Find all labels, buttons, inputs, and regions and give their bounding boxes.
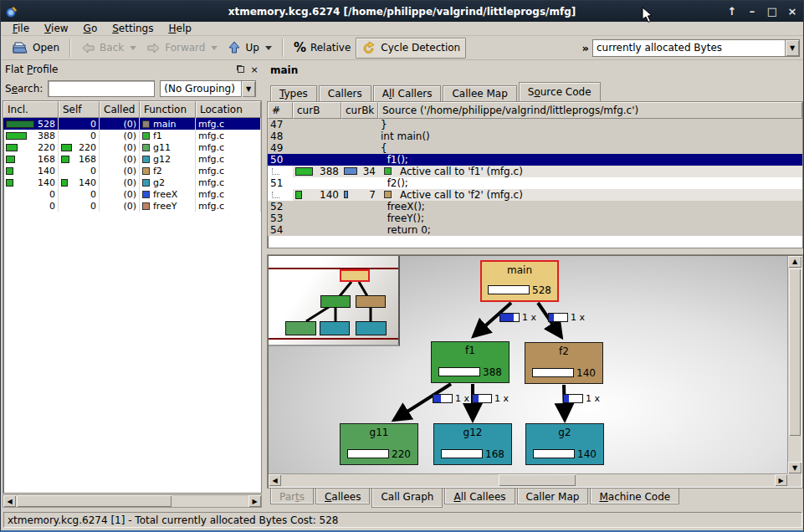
cycle-detection-button[interactable]: Cycle Detection	[356, 38, 466, 59]
toolbar-separator	[69, 38, 71, 57]
scroll-right-icon[interactable]: ▶	[775, 474, 787, 486]
tab-callees[interactable]: Callees	[315, 489, 370, 504]
scrollbar-thumb[interactable]	[499, 474, 576, 486]
scroll-up-icon[interactable]: ▲	[788, 256, 801, 268]
close-button[interactable]: ×	[786, 5, 798, 18]
scroll-right-icon[interactable]: ▶	[248, 495, 261, 507]
shade-button[interactable]: ↑	[726, 5, 738, 18]
source-line[interactable]: 49 {	[268, 142, 802, 154]
scroll-left-icon[interactable]: ◀	[3, 495, 16, 507]
tab-caller-map[interactable]: Caller Map	[517, 489, 589, 504]
column-location[interactable]: Location	[196, 101, 261, 118]
tab-callers[interactable]: Callers	[319, 85, 371, 101]
forward-dropdown-caret[interactable]	[211, 46, 218, 50]
tab-types[interactable]: Types	[270, 85, 317, 101]
source-line[interactable]: 51 f2();	[268, 177, 802, 189]
tab-all-callees[interactable]: All Callees	[444, 489, 515, 504]
event-type-combobox[interactable]: currently allocated Bytes ▼	[592, 39, 800, 57]
scroll-left-icon[interactable]: ◀	[269, 474, 281, 486]
table-row[interactable]: 140 0 (0) f2 mfg.c	[3, 165, 261, 176]
flat-profile-hscrollbar[interactable]: ◀ ▶	[3, 494, 262, 508]
menu-file[interactable]: File	[5, 22, 37, 36]
up-dropdown-caret[interactable]	[265, 46, 272, 50]
source-line[interactable]: 54 return 0;	[268, 224, 802, 236]
grouping-combobox[interactable]: (No Grouping) ▼	[160, 80, 256, 97]
percent-icon: %	[294, 40, 306, 55]
graph-node-g11[interactable]: g11 220	[340, 423, 418, 465]
mouse-cursor	[642, 7, 653, 23]
table-row[interactable]: 140 140 (0) g2 mfg.c	[3, 176, 261, 188]
menu-view[interactable]: View	[37, 22, 75, 36]
column-line-number[interactable]: #	[268, 102, 293, 119]
dock-float-icon[interactable]	[236, 64, 246, 74]
menu-settings[interactable]: Settings	[105, 22, 161, 36]
dock-close-icon[interactable]: ×	[249, 64, 259, 74]
graph-node-main[interactable]: main 528	[480, 260, 559, 302]
tab-machine-code[interactable]: Machine Code	[590, 489, 679, 504]
source-line[interactable]: 52 freeX();	[268, 201, 802, 212]
column-source[interactable]: Source ('/home/philippe/valgrind/littlep…	[378, 102, 802, 119]
up-button[interactable]: Up	[223, 38, 276, 59]
cost-bar	[488, 285, 530, 294]
cost-bar	[61, 179, 68, 187]
source-call-line[interactable]: 140 7 Active call to 'f2' (mfg.c)	[268, 189, 802, 201]
graph-node-g12[interactable]: g12 168	[433, 423, 512, 465]
table-row[interactable]: 0 0 (0) freeX mfg.c	[3, 188, 261, 200]
scroll-down-icon[interactable]: ▼	[788, 462, 801, 473]
source-line-selected[interactable]: 50 f1();	[268, 154, 802, 166]
tab-source-code[interactable]: Source Code	[519, 82, 601, 101]
table-row[interactable]: 388 0 (0) f1 mfg.c	[3, 130, 261, 141]
horizontal-splitter[interactable]	[267, 248, 803, 254]
column-curb[interactable]: curB	[293, 102, 341, 119]
search-input[interactable]	[48, 80, 155, 97]
toolbar-separator	[282, 38, 284, 57]
graph-node-f1[interactable]: f1 388	[431, 341, 510, 383]
forward-button[interactable]: Forward	[141, 38, 223, 59]
chevron-down-icon[interactable]: ▼	[241, 81, 255, 97]
dock-titlebar: Flat Profile ×	[3, 62, 262, 77]
source-line[interactable]: 47 }	[268, 119, 802, 130]
call-graph-canvas[interactable]: main 528 f1 388 f2 140 g11 220 g12 168	[269, 256, 787, 473]
cost-bar	[6, 167, 13, 175]
cost-bar	[61, 144, 72, 151]
column-self[interactable]: Self	[59, 101, 100, 118]
tab-all-callers[interactable]: All Callers	[373, 85, 442, 101]
table-row[interactable]: 0 0 (0) freeY mfg.c	[3, 200, 261, 212]
source-line[interactable]: 48 int main()	[268, 130, 802, 142]
column-incl[interactable]: Incl.	[3, 101, 59, 118]
column-curbk[interactable]: curBk	[341, 102, 378, 119]
source-line[interactable]: 53 freeY();	[268, 212, 802, 224]
graph-vscrollbar[interactable]: ▲ ▼	[787, 256, 801, 473]
scrollbar-thumb[interactable]	[17, 495, 172, 507]
graph-node-g2[interactable]: g2 140	[525, 423, 604, 465]
graph-hscrollbar[interactable]: ◀ ▶	[269, 473, 787, 487]
minimap-node-g2	[356, 321, 387, 335]
column-called[interactable]: Called	[100, 101, 140, 118]
graph-node-f2[interactable]: f2 140	[525, 342, 603, 384]
back-button[interactable]: Back	[76, 38, 141, 59]
minimap-view-line	[269, 268, 398, 269]
tab-call-graph[interactable]: Call Graph	[371, 489, 443, 508]
menu-go[interactable]: Go	[76, 22, 105, 36]
column-function[interactable]: Function	[140, 101, 196, 118]
tab-parts[interactable]: Parts	[270, 489, 314, 504]
source-call-line[interactable]: 388 34 Active call to 'f1' (mfg.c)	[268, 166, 802, 177]
up-arrow-icon	[228, 41, 241, 54]
function-color-icon	[142, 144, 150, 151]
open-button[interactable]: Open	[7, 38, 64, 59]
table-row[interactable]: 168 168 (0) g12 mfg.c	[3, 153, 261, 165]
chevron-down-icon[interactable]: ▼	[785, 40, 799, 56]
menu-help[interactable]: Help	[161, 22, 198, 36]
relative-button[interactable]: % Relative	[289, 38, 356, 59]
maximize-button[interactable]: □	[766, 5, 778, 18]
scrollbar-thumb[interactable]	[789, 269, 801, 436]
back-dropdown-caret[interactable]	[130, 46, 136, 50]
table-row[interactable]: 528 0 (0) main mfg.c	[3, 118, 261, 130]
graph-overview-minimap[interactable]	[269, 256, 400, 346]
minimap-node-g12	[320, 321, 350, 335]
function-color-icon	[142, 179, 150, 187]
table-row[interactable]: 220 220 (0) g11 mfg.c	[3, 141, 261, 153]
minimize-button[interactable]: –	[746, 5, 758, 18]
toolbar-overflow-chevron[interactable]: »	[579, 42, 592, 54]
tab-callee-map[interactable]: Callee Map	[443, 85, 516, 101]
